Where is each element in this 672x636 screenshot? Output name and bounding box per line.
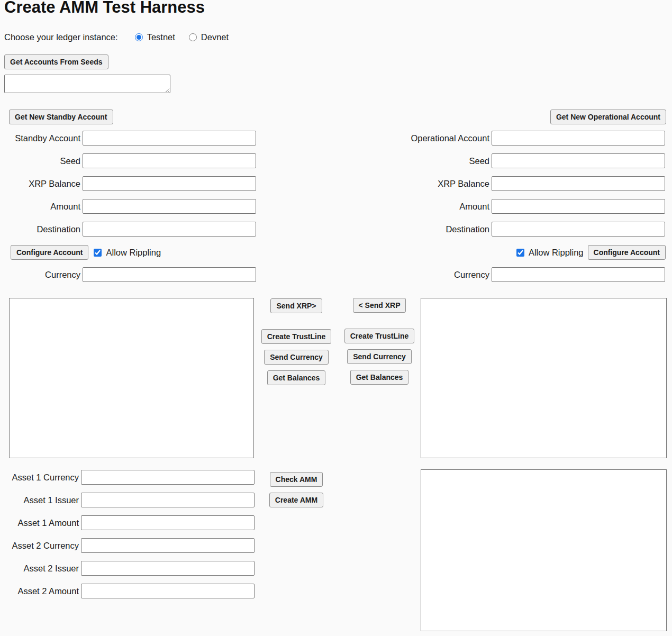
asset2-currency-row: Asset 2 Currency bbox=[0, 538, 255, 553]
standby-xrp-balance-input[interactable] bbox=[83, 176, 256, 191]
asset2-currency-label: Asset 2 Currency bbox=[0, 541, 81, 551]
standby-create-trustline-button[interactable]: Create TrustLine bbox=[261, 329, 331, 344]
check-amm-button[interactable]: Check AMM bbox=[270, 472, 323, 487]
operational-configure-account-button[interactable]: Configure Account bbox=[588, 245, 666, 260]
standby-fields: Standby Account Seed XRP Balance Amount … bbox=[0, 131, 256, 237]
operational-currency-row: Currency bbox=[409, 267, 665, 282]
asset2-issuer-input[interactable] bbox=[81, 561, 255, 576]
asset1-amount-label: Asset 1 Amount bbox=[0, 518, 81, 528]
get-new-operational-account-button[interactable]: Get New Operational Account bbox=[550, 110, 666, 124]
operational-seed-row: Seed bbox=[409, 153, 665, 168]
asset1-issuer-input[interactable] bbox=[81, 493, 255, 507]
standby-seed-label: Seed bbox=[0, 156, 83, 166]
operational-seed-input[interactable] bbox=[492, 153, 665, 168]
operational-allow-rippling-option[interactable]: Allow Rippling bbox=[516, 248, 584, 258]
standby-amount-input[interactable] bbox=[83, 199, 256, 214]
standby-currency-row: Currency bbox=[0, 267, 256, 282]
standby-currency-input[interactable] bbox=[83, 267, 256, 282]
testnet-radio[interactable] bbox=[135, 33, 143, 41]
standby-seed-input[interactable] bbox=[83, 153, 256, 168]
standby-account-label: Standby Account bbox=[0, 133, 83, 143]
send-xrp-to-operational-button[interactable]: Send XRP> bbox=[270, 298, 322, 313]
operational-amount-row: Amount bbox=[409, 199, 665, 214]
operational-fields: Operational Account Seed XRP Balance Amo… bbox=[409, 131, 665, 237]
standby-account-row: Standby Account bbox=[0, 131, 256, 146]
get-new-standby-account-button[interactable]: Get New Standby Account bbox=[9, 110, 113, 124]
create-amm-button[interactable]: Create AMM bbox=[269, 493, 323, 507]
operational-seed-label: Seed bbox=[409, 156, 492, 166]
asset2-issuer-row: Asset 2 Issuer bbox=[0, 561, 255, 576]
send-xrp-to-standby-button[interactable]: < Send XRP bbox=[353, 298, 406, 313]
asset1-issuer-row: Asset 1 Issuer bbox=[0, 493, 255, 507]
standby-configure-row: Configure Account Allow Rippling bbox=[11, 245, 161, 260]
operational-destination-input[interactable] bbox=[492, 222, 665, 237]
radio-option-testnet[interactable]: Testnet bbox=[135, 32, 175, 42]
seeds-textarea[interactable] bbox=[4, 75, 170, 93]
operational-currency-label: Currency bbox=[409, 270, 492, 280]
testnet-radio-label: Testnet bbox=[147, 32, 175, 42]
devnet-radio-label: Devnet bbox=[201, 32, 229, 42]
operational-amount-label: Amount bbox=[409, 202, 492, 212]
asset2-currency-input[interactable] bbox=[81, 538, 255, 553]
page-title: Create AMM Test Harness bbox=[4, 0, 205, 17]
standby-get-balances-button[interactable]: Get Balances bbox=[267, 370, 326, 385]
operational-account-row: Operational Account bbox=[409, 131, 665, 146]
operational-create-trustline-button[interactable]: Create TrustLine bbox=[344, 329, 414, 343]
ledger-instance-row: Choose your ledger instance: Testnet Dev… bbox=[4, 31, 229, 43]
operational-configure-row: Allow Rippling Configure Account bbox=[516, 245, 666, 260]
operational-destination-row: Destination bbox=[409, 222, 665, 237]
standby-allow-rippling-checkbox[interactable] bbox=[94, 249, 102, 257]
devnet-radio[interactable] bbox=[189, 33, 197, 41]
standby-destination-label: Destination bbox=[0, 224, 83, 234]
ledger-instance-label: Choose your ledger instance: bbox=[4, 32, 118, 42]
operational-allow-rippling-checkbox[interactable] bbox=[516, 249, 524, 257]
operational-send-currency-button[interactable]: Send Currency bbox=[347, 349, 412, 364]
amm-actions-column: Check AMM Create AMM bbox=[255, 472, 338, 513]
standby-amount-row: Amount bbox=[0, 199, 256, 214]
operational-get-balances-button[interactable]: Get Balances bbox=[350, 370, 409, 385]
standby-allow-rippling-option[interactable]: Allow Rippling bbox=[94, 248, 161, 258]
operational-destination-label: Destination bbox=[409, 224, 492, 234]
asset1-amount-row: Asset 1 Amount bbox=[0, 515, 255, 530]
standby-amount-label: Amount bbox=[0, 202, 83, 212]
asset2-amount-row: Asset 2 Amount bbox=[0, 584, 255, 598]
operational-currency-input[interactable] bbox=[492, 267, 665, 282]
operational-xrp-balance-row: XRP Balance bbox=[409, 176, 665, 191]
get-accounts-from-seeds-button[interactable]: Get Accounts From Seeds bbox=[4, 54, 108, 69]
standby-destination-row: Destination bbox=[0, 222, 256, 237]
standby-configure-account-button[interactable]: Configure Account bbox=[11, 245, 88, 260]
operational-xrp-balance-input[interactable] bbox=[492, 176, 665, 191]
radio-option-devnet[interactable]: Devnet bbox=[189, 32, 229, 42]
standby-send-currency-button[interactable]: Send Currency bbox=[264, 350, 329, 365]
asset1-issuer-label: Asset 1 Issuer bbox=[0, 495, 81, 505]
amm-asset-fields: Asset 1 Currency Asset 1 Issuer Asset 1 … bbox=[0, 470, 255, 598]
standby-seed-row: Seed bbox=[0, 153, 256, 168]
standby-account-input[interactable] bbox=[83, 131, 256, 146]
standby-xrp-balance-label: XRP Balance bbox=[0, 179, 83, 189]
asset2-issuer-label: Asset 2 Issuer bbox=[0, 564, 81, 574]
amm-test-harness-page: Create AMM Test Harness Choose your ledg… bbox=[0, 0, 672, 636]
standby-results-textarea[interactable] bbox=[9, 298, 254, 458]
asset2-amount-label: Asset 2 Amount bbox=[0, 586, 81, 596]
standby-currency-label: Currency bbox=[0, 270, 83, 280]
asset1-currency-input[interactable] bbox=[81, 470, 255, 485]
standby-xrp-balance-row: XRP Balance bbox=[0, 176, 256, 191]
asset1-currency-label: Asset 1 Currency bbox=[0, 473, 81, 483]
amm-results-textarea[interactable] bbox=[421, 469, 667, 631]
operational-account-label: Operational Account bbox=[409, 133, 492, 143]
asset1-currency-row: Asset 1 Currency bbox=[0, 470, 255, 485]
operational-results-textarea[interactable] bbox=[421, 298, 667, 458]
operational-allow-rippling-label: Allow Rippling bbox=[529, 248, 584, 258]
asset1-amount-input[interactable] bbox=[81, 515, 255, 530]
operational-xrp-balance-label: XRP Balance bbox=[409, 179, 492, 189]
standby-destination-input[interactable] bbox=[83, 222, 256, 237]
standby-allow-rippling-label: Allow Rippling bbox=[106, 248, 161, 258]
operational-account-input[interactable] bbox=[492, 131, 665, 146]
operational-actions-column: < Send XRP Create TrustLine Send Currenc… bbox=[338, 298, 421, 390]
standby-actions-column: Send XRP> Create TrustLine Send Currency… bbox=[255, 298, 338, 391]
operational-amount-input[interactable] bbox=[492, 199, 665, 214]
asset2-amount-input[interactable] bbox=[81, 584, 255, 598]
